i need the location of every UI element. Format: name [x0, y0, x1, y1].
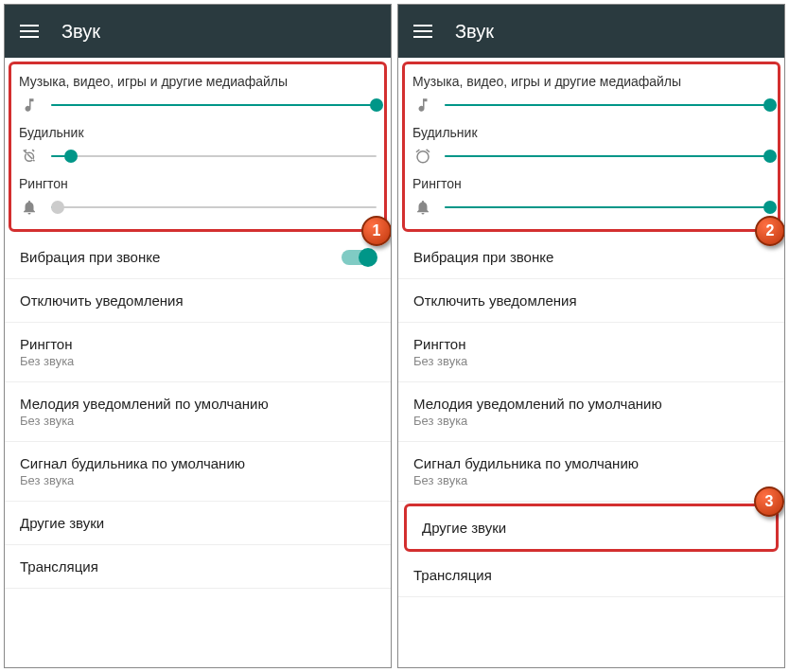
step-marker-1: 1	[361, 216, 391, 246]
media-slider[interactable]	[445, 104, 770, 106]
page-title: Звук	[455, 21, 494, 43]
cast[interactable]: Трансляция	[5, 545, 391, 589]
step-marker-3: 3	[754, 486, 784, 517]
bell-icon	[19, 199, 40, 216]
step-marker-2: 2	[755, 216, 784, 246]
vibrate-on-ring[interactable]: Вибрация при звонке	[398, 236, 784, 279]
content: Музыка, видео, игры и другие медиафайлы …	[398, 58, 784, 667]
volume-panel-highlight: Музыка, видео, игры и другие медиафайлы …	[9, 62, 387, 232]
alarm-label: Будильник	[19, 125, 377, 140]
vibrate-switch[interactable]	[342, 250, 376, 265]
ringtone-slider[interactable]	[51, 206, 377, 208]
ringtone-slider[interactable]	[445, 206, 770, 208]
alarm-label: Будильник	[412, 125, 770, 140]
media-slider-row: Музыка, видео, игры и другие медиафайлы	[19, 68, 377, 119]
menu-icon[interactable]	[20, 25, 39, 38]
music-note-icon	[412, 97, 433, 114]
notification-sound[interactable]: Мелодия уведомлений по умолчаниюБез звук…	[398, 382, 784, 442]
ringtone-setting[interactable]: РингтонБез звука	[398, 323, 784, 382]
phone-right: Звук Музыка, видео, игры и другие медиаф…	[397, 4, 785, 668]
ringtone-setting[interactable]: РингтонБез звука	[5, 323, 391, 382]
alarm-slider-row: Будильник	[19, 119, 377, 170]
alarm-slider[interactable]	[445, 155, 770, 157]
alarm-sound[interactable]: Сигнал будильника по умолчаниюБез звука	[5, 442, 391, 502]
do-not-disturb[interactable]: Отключить уведомления	[398, 279, 784, 323]
notification-sound[interactable]: Мелодия уведомлений по умолчаниюБез звук…	[5, 382, 391, 442]
content: Музыка, видео, игры и другие медиафайлы …	[5, 58, 391, 667]
media-label: Музыка, видео, игры и другие медиафайлы	[19, 74, 377, 89]
media-slider-row: Музыка, видео, игры и другие медиафайлы	[412, 68, 770, 119]
menu-icon[interactable]	[413, 25, 432, 38]
alarm-slider[interactable]	[51, 155, 377, 157]
ringtone-slider-row: Рингтон	[19, 170, 377, 221]
appbar: Звук	[398, 5, 784, 58]
alarm-icon	[412, 148, 433, 165]
ringtone-slider-row: Рингтон	[412, 170, 770, 221]
alarm-slider-row: Будильник	[412, 119, 770, 170]
media-label: Музыка, видео, игры и другие медиафайлы	[412, 74, 770, 89]
other-sounds[interactable]: Другие звуки	[5, 502, 391, 545]
alarm-off-icon	[19, 148, 40, 165]
media-slider[interactable]	[51, 104, 377, 106]
ringtone-label: Рингтон	[412, 176, 770, 191]
phone-left: Звук Музыка, видео, игры и другие медиаф…	[4, 4, 392, 668]
cast[interactable]: Трансляция	[398, 554, 784, 597]
vibrate-on-ring[interactable]: Вибрация при звонке	[5, 236, 391, 279]
ringtone-label: Рингтон	[19, 176, 377, 191]
volume-panel-highlight: Музыка, видео, игры и другие медиафайлы …	[402, 62, 780, 232]
bell-icon	[412, 199, 433, 216]
other-sounds-highlight[interactable]: Другие звуки	[404, 504, 779, 552]
do-not-disturb[interactable]: Отключить уведомления	[5, 279, 391, 323]
alarm-sound[interactable]: Сигнал будильника по умолчаниюБез звука	[398, 442, 784, 502]
page-title: Звук	[61, 21, 100, 43]
music-note-icon	[19, 97, 40, 114]
appbar: Звук	[5, 5, 391, 58]
